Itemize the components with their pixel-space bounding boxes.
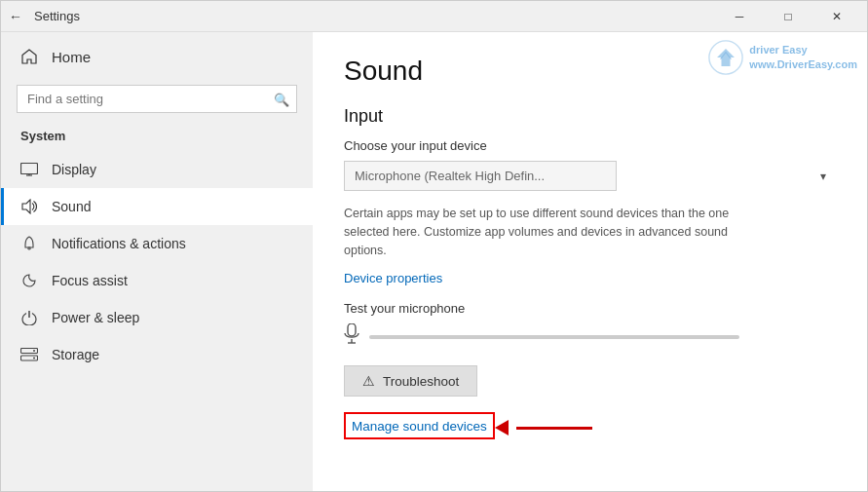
manage-sound-devices-link[interactable]: Manage sound devices <box>352 419 487 434</box>
input-section-title: Input <box>344 106 836 127</box>
home-label: Home <box>52 49 91 65</box>
sound-icon <box>20 198 38 215</box>
sidebar-item-label: Notifications & actions <box>52 236 186 251</box>
sidebar-item-notifications[interactable]: Notifications & actions <box>1 225 313 262</box>
input-description: Certain apps may be set up to use differ… <box>344 205 773 259</box>
window-controls: ─ □ ✕ <box>717 1 859 32</box>
titlebar: ← Settings ─ □ ✕ <box>1 1 867 32</box>
manage-devices-row: Manage sound devices <box>344 412 836 443</box>
sidebar-section-label: System <box>1 125 313 151</box>
sidebar-item-label: Display <box>52 162 96 177</box>
red-arrow <box>495 417 592 438</box>
sidebar-item-label: Power & sleep <box>52 310 139 325</box>
search-icon: 🔍 <box>274 92 289 106</box>
arrow-head <box>495 420 509 435</box>
maximize-button[interactable]: □ <box>766 1 811 32</box>
content-area: Home 🔍 System Display <box>1 32 867 491</box>
microphone-icon <box>344 323 359 350</box>
microphone-level-row <box>344 323 836 350</box>
input-device-dropdown[interactable]: Microphone (Realtek High Defin... <box>344 161 617 191</box>
home-nav-item[interactable]: Home <box>1 32 313 81</box>
home-icon <box>20 48 38 65</box>
svg-point-7 <box>33 350 35 352</box>
troubleshoot-label: Troubleshoot <box>383 374 459 389</box>
warning-icon: ⚠ <box>362 373 375 389</box>
search-input[interactable] <box>17 85 297 113</box>
minimize-button[interactable]: ─ <box>717 1 762 32</box>
arrow-line <box>516 427 592 430</box>
sidebar-item-sound[interactable]: Sound <box>1 188 313 225</box>
svg-rect-0 <box>21 164 38 174</box>
sidebar: Home 🔍 System Display <box>1 32 313 491</box>
sidebar-item-storage[interactable]: Storage <box>1 336 313 373</box>
chevron-down-icon: ▾ <box>820 170 826 183</box>
input-device-dropdown-container: Microphone (Realtek High Defin... ▾ <box>344 161 836 191</box>
svg-point-8 <box>33 358 35 360</box>
focus-icon <box>20 272 38 289</box>
power-icon <box>20 309 38 326</box>
microphone-level-bar <box>369 335 739 339</box>
sidebar-item-power[interactable]: Power & sleep <box>1 299 313 336</box>
display-icon <box>20 161 38 178</box>
sidebar-item-label: Storage <box>52 347 99 362</box>
storage-icon <box>20 346 38 363</box>
sidebar-item-label: Sound <box>52 199 91 214</box>
test-mic-label: Test your microphone <box>344 301 836 316</box>
notifications-icon <box>20 235 38 252</box>
svg-marker-3 <box>22 200 30 213</box>
back-button[interactable]: ← <box>9 9 22 24</box>
sidebar-item-focus[interactable]: Focus assist <box>1 262 313 299</box>
svg-rect-10 <box>348 323 356 336</box>
watermark: driver Easy www.DriverEasy.com <box>708 40 857 75</box>
watermark-logo <box>708 40 743 75</box>
close-button[interactable]: ✕ <box>814 1 859 32</box>
sidebar-item-label: Focus assist <box>52 273 128 288</box>
sidebar-item-display[interactable]: Display <box>1 151 313 188</box>
main-content: driver Easy www.DriverEasy.com Sound Inp… <box>313 32 867 491</box>
window-title: Settings <box>34 9 717 23</box>
search-container: 🔍 <box>17 85 297 113</box>
watermark-text: driver Easy www.DriverEasy.com <box>749 43 857 73</box>
device-properties-link[interactable]: Device properties <box>344 271 442 285</box>
choose-device-label: Choose your input device <box>344 138 836 153</box>
manage-link-box: Manage sound devices <box>344 412 495 439</box>
settings-window: ← Settings ─ □ ✕ Home 🔍 System <box>0 0 868 492</box>
troubleshoot-button[interactable]: ⚠ Troubleshoot <box>344 365 477 397</box>
